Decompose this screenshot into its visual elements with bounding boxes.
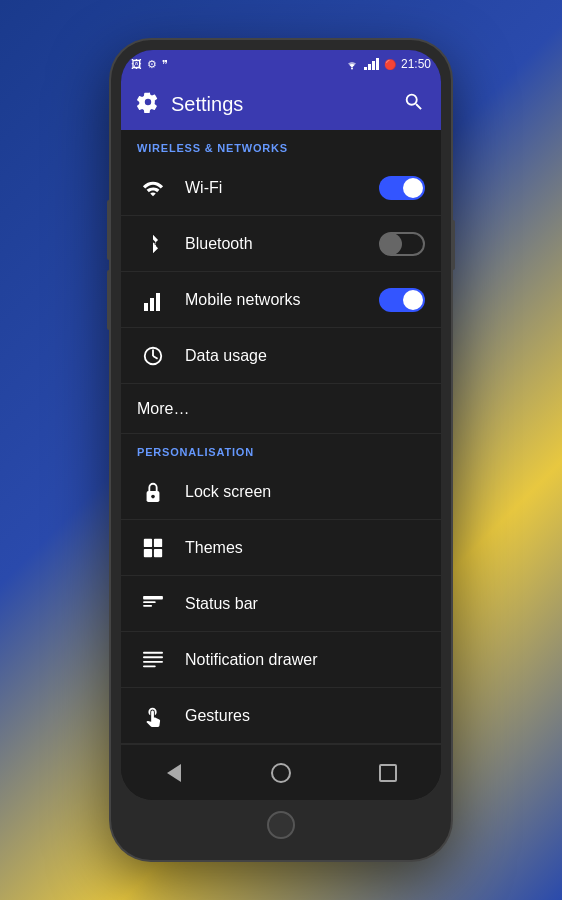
status-bar-label: Status bar	[185, 595, 425, 613]
phone-outer: 🖼 ⚙ ❞ 🔴 21:50	[111, 40, 451, 860]
volume-down-button[interactable]	[107, 270, 111, 330]
status-bar-left: 🖼 ⚙ ❞	[131, 58, 168, 71]
bluetooth-icon	[137, 233, 169, 255]
bluetooth-label: Bluetooth	[185, 235, 379, 253]
data-usage-item[interactable]: Data usage	[121, 328, 441, 384]
physical-home-button[interactable]	[267, 811, 295, 839]
svg-rect-11	[143, 595, 163, 599]
wireless-section-header: WIRELESS & NETWORKS	[121, 130, 441, 160]
mobile-networks-item[interactable]: Mobile networks	[121, 272, 441, 328]
bluetooth-toggle[interactable]	[379, 232, 425, 256]
lock-screen-item[interactable]: Lock screen	[121, 464, 441, 520]
status-bar-item[interactable]: Status bar	[121, 576, 441, 632]
gestures-icon	[137, 705, 169, 727]
bluetooth-item[interactable]: Bluetooth	[121, 216, 441, 272]
notification-drawer-item[interactable]: Notification drawer	[121, 632, 441, 688]
mobile-networks-toggle-thumb	[403, 290, 423, 310]
phone-bottom	[267, 800, 295, 850]
svg-rect-9	[144, 548, 152, 556]
back-button[interactable]	[154, 753, 194, 793]
back-icon	[167, 764, 181, 782]
svg-rect-17	[143, 665, 156, 667]
wifi-item[interactable]: Wi-Fi	[121, 160, 441, 216]
more-item[interactable]: More…	[121, 384, 441, 434]
more-label: More…	[137, 400, 189, 418]
top-bar: Settings	[121, 78, 441, 130]
wifi-icon	[137, 179, 169, 197]
gestures-item[interactable]: Gestures	[121, 688, 441, 744]
data-usage-icon	[137, 345, 169, 367]
mobile-networks-toggle[interactable]	[379, 288, 425, 312]
gestures-label: Gestures	[185, 707, 425, 725]
svg-rect-1	[144, 303, 148, 311]
lock-screen-label: Lock screen	[185, 483, 425, 501]
svg-point-6	[151, 494, 155, 498]
notification-drawer-icon	[137, 650, 169, 670]
navigation-bar	[121, 744, 441, 800]
power-button[interactable]	[451, 220, 455, 270]
lock-screen-icon	[137, 481, 169, 503]
image-status-icon: 🖼	[131, 58, 142, 70]
svg-point-0	[351, 68, 353, 70]
svg-rect-13	[143, 604, 152, 606]
wifi-toggle[interactable]	[379, 176, 425, 200]
svg-rect-16	[143, 660, 163, 662]
svg-rect-10	[154, 548, 162, 556]
volume-up-button[interactable]	[107, 200, 111, 260]
svg-rect-12	[143, 601, 156, 603]
themes-icon	[137, 537, 169, 559]
time-display: 21:50	[401, 57, 431, 71]
mobile-networks-icon	[137, 289, 169, 311]
svg-rect-15	[143, 656, 163, 658]
bluetooth-toggle-thumb	[380, 233, 402, 255]
wifi-status-icon	[345, 58, 359, 70]
svg-rect-3	[156, 293, 160, 311]
status-bar-icon	[137, 595, 169, 613]
wifi-toggle-thumb	[403, 178, 423, 198]
themes-item[interactable]: Themes	[121, 520, 441, 576]
recents-icon	[379, 764, 397, 782]
svg-rect-8	[154, 538, 162, 546]
page-title: Settings	[171, 93, 403, 116]
svg-rect-7	[144, 538, 152, 546]
status-bar-right: 🔴 21:50	[345, 57, 431, 71]
recents-button[interactable]	[368, 753, 408, 793]
personalisation-section-header: PERSONALISATION	[121, 434, 441, 464]
notification-drawer-label: Notification drawer	[185, 651, 425, 669]
svg-rect-14	[143, 651, 163, 653]
settings-gear-icon	[137, 91, 159, 118]
signal-icon	[364, 58, 379, 70]
status-bar: 🖼 ⚙ ❞ 🔴 21:50	[121, 50, 441, 78]
svg-rect-2	[150, 298, 154, 311]
quote-status-icon: ❞	[162, 58, 168, 71]
data-usage-label: Data usage	[185, 347, 425, 365]
settings-content: WIRELESS & NETWORKS Wi-Fi	[121, 130, 441, 744]
home-button[interactable]	[261, 753, 301, 793]
phone-screen: 🖼 ⚙ ❞ 🔴 21:50	[121, 50, 441, 800]
themes-label: Themes	[185, 539, 425, 557]
search-icon[interactable]	[403, 91, 425, 118]
mobile-networks-label: Mobile networks	[185, 291, 379, 309]
battery-icon: 🔴	[384, 59, 396, 70]
home-icon	[271, 763, 291, 783]
wifi-label: Wi-Fi	[185, 179, 379, 197]
gear-status-icon: ⚙	[147, 58, 157, 71]
